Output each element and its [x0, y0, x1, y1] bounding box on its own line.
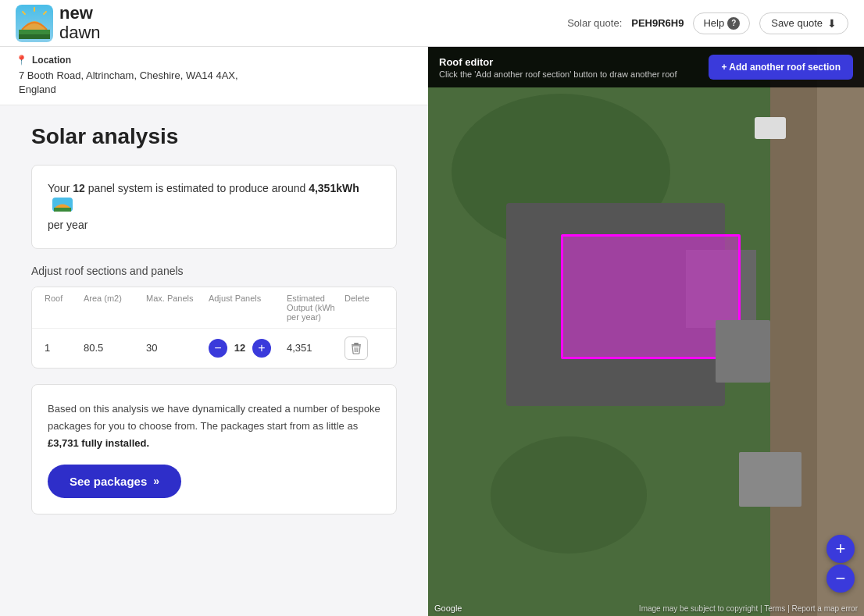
highlighted-roof-section [561, 234, 741, 359]
increase-panels-button[interactable]: + [252, 339, 271, 358]
roof-editor-title: Roof editor [439, 56, 677, 68]
main-layout: 📍 Location 7 Booth Road, Altrincham, Che… [0, 47, 864, 616]
content-area: Solar analysis Your 12 panel system is e… [0, 105, 428, 549]
roof-table: Roof Area (m2) Max. Panels Adjust Panels… [31, 287, 397, 369]
delete-roof-button[interactable] [345, 336, 368, 360]
logo-dawn: dawn [59, 23, 101, 42]
solar-logo-icon [52, 198, 73, 216]
svg-rect-7 [54, 208, 71, 212]
app-header: new dawn Solar quote: PEH9R6H9 Help ? Sa… [0, 0, 864, 47]
decrease-panels-button[interactable]: − [209, 339, 227, 358]
help-icon: ? [727, 17, 740, 30]
save-quote-label: Save quote [771, 17, 823, 29]
estimate-prefix: Your [48, 182, 73, 194]
col-roof: Roof [45, 294, 84, 322]
svg-rect-9 [352, 344, 361, 346]
header-right: Solar quote: PEH9R6H9 Help ? Save quote … [567, 12, 848, 34]
panel-count: 12 [230, 342, 249, 354]
location-label: Location [32, 55, 71, 66]
help-label: Help [703, 17, 724, 29]
estimate-middle: panel system is estimated to produce aro… [85, 182, 309, 194]
location-address: 7 Booth Road, Altrincham, Cheshire, WA14… [16, 69, 412, 97]
table-header: Roof Area (m2) Max. Panels Adjust Panels… [32, 287, 396, 329]
trash-icon [350, 342, 362, 354]
google-label: Google [434, 604, 462, 613]
roof-editor-info: Roof editor Click the 'Add another roof … [439, 56, 677, 79]
estimate-suffix: per year [48, 219, 87, 231]
roof-sections-label: Adjust roof sections and panels [31, 265, 397, 277]
logo-text: new dawn [59, 4, 101, 41]
svg-rect-5 [19, 34, 50, 39]
help-button[interactable]: Help ? [693, 12, 750, 34]
estimate-text: Your 12 panel system is estimated to pro… [48, 180, 380, 233]
logo-icon [16, 5, 53, 42]
map-attribution: Google Image may be subject to copyright… [428, 604, 864, 613]
table-row: 1 80.5 30 − 12 + 4,351 [32, 329, 396, 368]
satellite-map [428, 47, 864, 616]
roof-editor-subtitle: Click the 'Add another roof section' but… [439, 69, 677, 79]
solar-quote-id: PEH9R6H9 [631, 17, 684, 29]
estimate-kwh: 4,351kWh [309, 182, 359, 194]
see-packages-button[interactable]: See packages » [48, 465, 181, 498]
panel-adjuster: − 12 + [209, 339, 287, 358]
solar-quote-label: Solar quote: [567, 17, 622, 29]
page-title: Solar analysis [31, 124, 397, 149]
location-address-line2: England [19, 84, 56, 95]
save-icon: ⬇ [827, 17, 837, 30]
zoom-out-button[interactable]: − [827, 564, 855, 593]
logo-new: new [59, 4, 101, 23]
packages-card: Based on this analysis we have dynamical… [31, 384, 397, 515]
map-terms: Image may be subject to copyright | Term… [639, 604, 858, 613]
roof-editor-bar: Roof editor Click the 'Add another roof … [428, 47, 864, 87]
save-quote-button[interactable]: Save quote ⬇ [759, 12, 848, 34]
packages-price: £3,731 fully installed. [48, 437, 149, 449]
col-adjust: Adjust Panels [209, 294, 287, 322]
add-roof-section-button[interactable]: + Add another roof section [709, 55, 853, 80]
svg-rect-8 [354, 343, 359, 344]
see-packages-label: See packages [70, 475, 147, 488]
packages-text: Based on this analysis we have dynamical… [48, 401, 380, 452]
location-pin-icon: 📍 [16, 55, 27, 66]
packages-text-prefix: Based on this analysis we have dynamical… [48, 403, 380, 432]
roof-number: 1 [45, 342, 84, 354]
location-top: 📍 Location [16, 55, 412, 66]
roof-area: 80.5 [84, 342, 146, 354]
estimated-output: 4,351 [287, 342, 345, 354]
location-bar: 📍 Location 7 Booth Road, Altrincham, Che… [0, 47, 428, 105]
estimate-panels: 12 [73, 182, 85, 194]
zoom-in-button[interactable]: + [827, 535, 855, 563]
chevrons-icon: » [153, 475, 159, 487]
col-area: Area (m2) [84, 294, 146, 322]
map-zoom-controls: + − [827, 535, 855, 593]
col-max-panels: Max. Panels [146, 294, 209, 322]
logo: new dawn [16, 4, 101, 41]
left-panel: 📍 Location 7 Booth Road, Altrincham, Che… [0, 47, 428, 616]
map-panel: Roof editor Click the 'Add another roof … [428, 47, 864, 616]
col-estimated: Estimated Output (kWh per year) [287, 294, 345, 322]
location-address-line1: 7 Booth Road, Altrincham, Cheshire, WA14… [19, 69, 238, 81]
roof-max-panels: 30 [146, 342, 209, 354]
col-delete: Delete [345, 294, 384, 322]
estimate-card: Your 12 panel system is estimated to pro… [31, 165, 397, 248]
